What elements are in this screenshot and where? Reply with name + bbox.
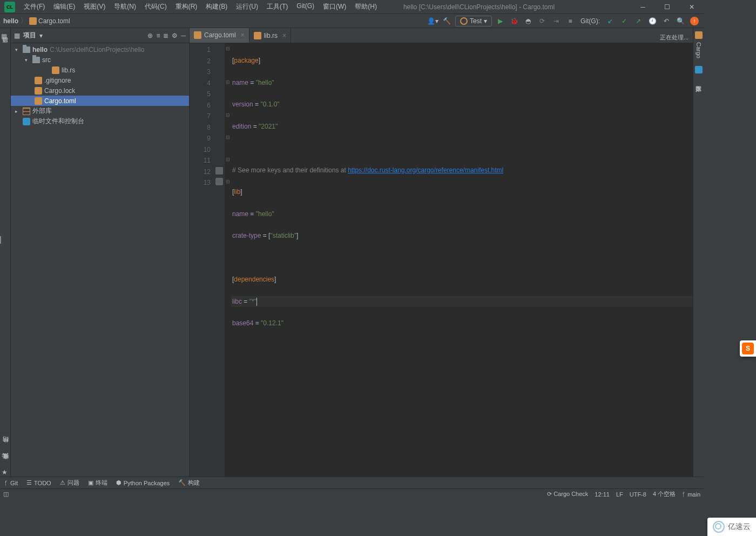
maximize-button[interactable]: ☐ bbox=[655, 0, 679, 14]
indexing-status: 正在处理... bbox=[660, 34, 688, 42]
code-content[interactable]: [package] name = "hello" version = "0.1.… bbox=[231, 43, 693, 477]
project-tree[interactable]: ▾ hello C:\Users\dell\CLionProjects\hell… bbox=[11, 43, 189, 477]
menu-git[interactable]: Git(G) bbox=[292, 0, 319, 14]
project-pane-title[interactable]: 项目 bbox=[23, 31, 36, 40]
statusbar: ◫ ⟳ Cargo Check 12:11 LF UTF-8 4 个空格 ᚶ m… bbox=[0, 488, 704, 499]
minimize-button[interactable]: ─ bbox=[631, 0, 655, 14]
tw-python[interactable]: ⬢Python Packages bbox=[116, 479, 170, 486]
project-pane-header: ▦ 项目 ▾ ⊕ ≡ ≣ ⚙ ─ bbox=[11, 28, 189, 43]
tw-terminal[interactable]: ▣终端 bbox=[88, 479, 107, 487]
expander-icon[interactable]: ▾ bbox=[15, 47, 21, 52]
crate-marker-icon[interactable] bbox=[215, 167, 223, 175]
tree-cargotoml[interactable]: Cargo.toml bbox=[11, 96, 189, 106]
editor-tabs: Cargo.toml × lib.rs × bbox=[190, 28, 693, 43]
show-toolwindows-icon[interactable]: ◫ bbox=[3, 491, 9, 498]
menu-refactor[interactable]: 重构(R) bbox=[171, 0, 202, 14]
menu-code[interactable]: 代码(C) bbox=[140, 0, 171, 14]
git-rollback-icon[interactable]: ↶ bbox=[660, 15, 672, 27]
tab-cargo-label: Cargo.toml bbox=[204, 31, 236, 39]
ime-badge: S bbox=[740, 340, 756, 357]
menu-navigate[interactable]: 导航(N) bbox=[110, 0, 140, 14]
expand-all-icon[interactable]: ≡ bbox=[156, 32, 160, 39]
run-button[interactable]: ▶ bbox=[494, 15, 506, 27]
sb-encoding[interactable]: UTF-8 bbox=[630, 491, 646, 498]
breadcrumb-root[interactable]: hello bbox=[3, 17, 18, 25]
tw-git[interactable]: ᚶGit bbox=[4, 480, 18, 486]
sb-branch[interactable]: ᚶ main bbox=[682, 491, 700, 498]
close-tab-icon[interactable]: × bbox=[241, 31, 245, 39]
sb-line-separator[interactable]: LF bbox=[616, 491, 623, 498]
git-commit-icon[interactable]: ✓ bbox=[618, 15, 630, 27]
cargo-tool-icon[interactable] bbox=[695, 31, 703, 39]
folder-icon bbox=[23, 46, 30, 53]
tree-root[interactable]: ▾ hello C:\Users\dell\CLionProjects\hell… bbox=[11, 44, 189, 55]
menu-build[interactable]: 构建(B) bbox=[201, 0, 232, 14]
project-tool-icon[interactable]: ▦ bbox=[1, 32, 9, 41]
tab-lib-rs[interactable]: lib.rs × bbox=[249, 28, 291, 43]
code-editor[interactable]: 12345678910111213 ⊟⊟⊟⊟⊟⊟ [package] name … bbox=[190, 43, 693, 477]
hide-panel-icon[interactable]: ─ bbox=[181, 32, 186, 39]
terminal-icon: ▣ bbox=[88, 479, 93, 486]
attach-button[interactable]: ⇥ bbox=[550, 15, 562, 27]
tree-src[interactable]: ▾ src bbox=[11, 55, 189, 65]
structure-tool-icon[interactable]: ⌗ bbox=[2, 452, 10, 460]
expander-icon[interactable]: ▸ bbox=[15, 109, 21, 114]
profile-button[interactable]: ⟳ bbox=[536, 15, 548, 27]
gitignore-icon bbox=[35, 77, 42, 84]
menu-run[interactable]: 运行(U) bbox=[232, 0, 262, 14]
menu-help[interactable]: 帮助(H) bbox=[350, 0, 381, 14]
tree-cargolock[interactable]: Cargo.lock bbox=[11, 85, 189, 96]
menubar: 文件(F) 编辑(E) 视图(V) 导航(N) 代码(C) 重构(R) 构建(B… bbox=[19, 0, 381, 14]
menu-file[interactable]: 文件(F) bbox=[19, 0, 49, 14]
tw-problems[interactable]: ⚠问题 bbox=[60, 479, 79, 487]
line-number-gutter[interactable]: 12345678910111213 bbox=[190, 43, 214, 477]
toolwindow-bar: ᚶGit ☰TODO ⚠问题 ▣终端 ⬢Python Packages 🔨构建 bbox=[0, 477, 704, 488]
git-push-icon[interactable]: ↗ bbox=[632, 15, 644, 27]
database-tool-icon[interactable] bbox=[695, 66, 703, 73]
tab-cargo-toml[interactable]: Cargo.toml × bbox=[190, 28, 249, 43]
run-config-label: Test bbox=[470, 17, 482, 25]
git-history-icon[interactable]: 🕘 bbox=[646, 15, 658, 27]
menu-edit[interactable]: 编辑(E) bbox=[49, 0, 79, 14]
left-tool-gutter: ▦ 项目 bbox=[0, 28, 11, 477]
tree-librs[interactable]: lib.rs bbox=[11, 65, 189, 75]
menu-window[interactable]: 窗口(W) bbox=[319, 0, 350, 14]
project-view-icon[interactable]: ▦ bbox=[14, 32, 20, 39]
sb-indent[interactable]: 4 个空格 bbox=[653, 490, 676, 498]
collapse-all-icon[interactable]: ≣ bbox=[163, 32, 168, 39]
locate-icon[interactable]: ⊕ bbox=[147, 32, 153, 39]
stop-button[interactable]: ■ bbox=[564, 15, 576, 27]
expander-icon[interactable]: ▾ bbox=[25, 57, 30, 63]
left-bottom-gutter: 结构 ⌗ 收藏夹 ★ bbox=[0, 447, 11, 477]
tw-todo[interactable]: ☰TODO bbox=[26, 479, 51, 486]
coverage-button[interactable]: ◓ bbox=[522, 15, 534, 27]
menu-view[interactable]: 视图(V) bbox=[79, 0, 110, 14]
menu-tools[interactable]: 工具(T) bbox=[262, 0, 292, 14]
search-everywhere-icon[interactable]: 🔍 bbox=[674, 15, 686, 27]
tree-external[interactable]: ▸ 外部库 bbox=[11, 106, 189, 116]
favorites-tool-icon[interactable]: ★ bbox=[2, 468, 10, 477]
close-tab-icon[interactable]: × bbox=[282, 32, 286, 39]
chevron-down-icon[interactable]: ▾ bbox=[39, 32, 43, 39]
tw-build[interactable]: 🔨构建 bbox=[178, 479, 200, 487]
close-button[interactable]: ✕ bbox=[679, 0, 704, 14]
breadcrumb-file[interactable]: Cargo.toml bbox=[29, 17, 70, 25]
crate-marker-icon[interactable] bbox=[215, 178, 223, 185]
run-config-selector[interactable]: Test ▾ bbox=[455, 16, 492, 26]
sb-cargo-check[interactable]: ⟳ Cargo Check bbox=[547, 491, 588, 498]
gear-icon[interactable]: ⚙ bbox=[172, 32, 178, 39]
debug-button[interactable]: 🐞 bbox=[508, 15, 520, 27]
ide-settings-icon[interactable]: ↑ bbox=[688, 15, 700, 27]
build-icon[interactable]: 🔨 bbox=[441, 15, 453, 27]
watermark-badge: 亿速云 bbox=[707, 518, 756, 536]
fold-gutter[interactable]: ⊟⊟⊟⊟⊟⊟ bbox=[225, 43, 231, 477]
tree-gitignore[interactable]: .gitignore bbox=[11, 75, 189, 85]
cargo-tool-label[interactable]: Cargo bbox=[696, 42, 702, 58]
sb-position[interactable]: 12:11 bbox=[595, 491, 610, 498]
warning-icon: ⚠ bbox=[60, 479, 65, 486]
tree-scratches[interactable]: 临时文件和控制台 bbox=[11, 116, 189, 126]
tab-librs-label: lib.rs bbox=[264, 32, 278, 39]
add-user-icon[interactable]: 👤▾ bbox=[427, 15, 439, 27]
git-pull-icon[interactable]: ↙ bbox=[604, 15, 616, 27]
marker-gutter[interactable] bbox=[214, 43, 225, 477]
